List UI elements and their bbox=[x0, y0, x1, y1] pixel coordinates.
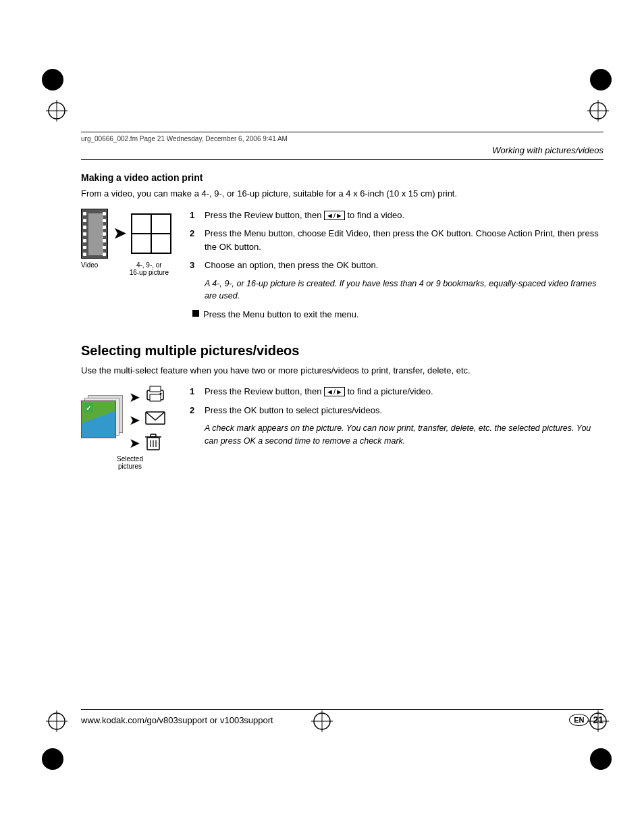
perf bbox=[83, 232, 86, 236]
file-info: urg_00666_002.fm Page 21 Wednesday, Dece… bbox=[81, 135, 603, 142]
step-text: Press the Menu button, choose Edit Video… bbox=[205, 227, 603, 253]
grid-cell bbox=[132, 214, 151, 234]
reg-mark-br bbox=[587, 710, 609, 734]
section1-italic-note: A 4-, 9-, or 16-up picture is created. I… bbox=[205, 278, 603, 303]
reg-mark-bc bbox=[311, 710, 333, 734]
perf bbox=[83, 219, 86, 222]
grid-label: 4-, 9-, or 16-up picture bbox=[130, 261, 169, 276]
en-badge: EN bbox=[569, 714, 589, 726]
step-text: Press the OK button to select pictures/v… bbox=[205, 404, 603, 417]
corner-circle-bl bbox=[41, 747, 65, 773]
corner-circle-tr bbox=[589, 68, 613, 94]
step-2-1: 1 Press the Review button, then ◄/► to f… bbox=[190, 385, 603, 398]
perf bbox=[103, 232, 106, 236]
step-text: Press the Review button, then ◄/► to fin… bbox=[205, 385, 603, 398]
header-section: Working with pictures/videos bbox=[81, 145, 603, 170]
step-text: Choose an option, then press the OK butt… bbox=[205, 259, 603, 272]
film-perfs-right bbox=[103, 209, 106, 256]
svg-rect-13 bbox=[151, 434, 156, 437]
top-rule-area: urg_00666_002.fm Page 21 Wednesday, Dece… bbox=[81, 132, 603, 142]
step-2-2: 2 Press the OK button to select pictures… bbox=[190, 404, 603, 417]
arrow-to-email: ➤ bbox=[129, 413, 140, 427]
svg-point-29 bbox=[590, 69, 612, 90]
pic-stack: ✓ bbox=[81, 395, 125, 442]
nav-arrows-1: ◄/► bbox=[324, 211, 345, 220]
section2-italic-note: A check mark appears on the picture. You… bbox=[205, 422, 603, 448]
grid-cell bbox=[151, 214, 171, 234]
perf bbox=[103, 253, 106, 256]
svg-point-26 bbox=[42, 748, 63, 770]
section2-steps: 1 Press the Review button, then ◄/► to f… bbox=[190, 385, 603, 453]
step-number: 1 bbox=[190, 209, 200, 222]
arrow-to-printer: ➤ bbox=[129, 390, 140, 404]
perf bbox=[83, 212, 86, 215]
perf bbox=[103, 246, 106, 249]
steps-list-1: 1 Press the Review button, then ◄/► to f… bbox=[190, 209, 603, 272]
arrows-col: ➤ ➤ ➤ bbox=[129, 390, 140, 450]
grid-2x2 bbox=[131, 213, 171, 254]
reg-mark-tr bbox=[587, 100, 609, 124]
arrow-to-trash: ➤ bbox=[129, 436, 140, 450]
film-strip-wrapper bbox=[81, 209, 108, 259]
content-area: Making a video action print From a video… bbox=[81, 172, 603, 470]
section2: Selecting multiple pictures/videos Use t… bbox=[81, 343, 603, 471]
svg-rect-7 bbox=[150, 394, 161, 401]
film-strip bbox=[81, 209, 108, 259]
perf bbox=[83, 253, 86, 256]
reg-mark-bl bbox=[46, 710, 68, 734]
page-container: urg_00666_002.fm Page 21 Wednesday, Dece… bbox=[0, 0, 644, 834]
steps-list-2: 1 Press the Review button, then ◄/► to f… bbox=[190, 385, 603, 417]
section1-heading: Making a video action print bbox=[81, 172, 603, 183]
pic-front: ✓ bbox=[81, 400, 116, 438]
step-number: 2 bbox=[190, 227, 200, 253]
grid-label-row bbox=[131, 213, 171, 254]
envelope-icon bbox=[144, 409, 166, 427]
perf bbox=[103, 212, 106, 215]
film-perfs-left bbox=[83, 209, 86, 256]
header-right: Working with pictures/videos bbox=[81, 145, 603, 160]
icons-col bbox=[144, 385, 166, 452]
section1-bullet: Press the Menu button to exit the menu. bbox=[192, 308, 603, 321]
section1-content: ➤ Video bbox=[81, 209, 603, 327]
section1-steps: 1 Press the Review button, then ◄/► to f… bbox=[190, 209, 603, 327]
section1: Making a video action print From a video… bbox=[81, 172, 603, 327]
step-1-1: 1 Press the Review button, then ◄/► to f… bbox=[190, 209, 603, 222]
section2-content: ✓ ➤ ➤ ➤ bbox=[81, 385, 603, 470]
section2-intro: Use the multi-select feature when you ha… bbox=[81, 364, 603, 377]
footer-section: www.kodak.com/go/v803support or v1003sup… bbox=[81, 709, 603, 726]
video-label: Video bbox=[81, 261, 98, 276]
grid-cell bbox=[132, 234, 151, 253]
perf bbox=[103, 219, 106, 222]
header-italic-text: Working with pictures/videos bbox=[492, 145, 603, 155]
perf bbox=[83, 226, 86, 229]
checkmark-badge: ✓ bbox=[84, 403, 93, 413]
svg-point-9 bbox=[160, 393, 162, 395]
step-text: Press the Review button, then ◄/► to fin… bbox=[205, 209, 603, 222]
corner-circle-tl bbox=[41, 68, 65, 94]
footer-url: www.kodak.com/go/v803support or v1003sup… bbox=[81, 715, 273, 725]
section1-intro: From a video, you can make a 4-, 9-, or … bbox=[81, 187, 603, 201]
film-to-grid-arrow: ➤ bbox=[113, 225, 126, 242]
corner-circle-br bbox=[589, 747, 613, 773]
nav-arrows-2: ◄/► bbox=[324, 387, 345, 396]
step-number: 2 bbox=[190, 404, 200, 417]
perf bbox=[103, 239, 106, 242]
step-number: 3 bbox=[190, 259, 200, 272]
step-1-2: 2 Press the Menu button, choose Edit Vid… bbox=[190, 227, 603, 253]
perf bbox=[83, 239, 86, 242]
trash-icon bbox=[144, 432, 162, 452]
bullet-square-icon bbox=[192, 310, 199, 317]
selected-pics-row: ✓ ➤ ➤ ➤ bbox=[81, 385, 179, 452]
perf bbox=[103, 226, 106, 229]
section2-heading: Selecting multiple pictures/videos bbox=[81, 343, 603, 359]
svg-point-27 bbox=[590, 748, 612, 770]
svg-point-28 bbox=[42, 69, 63, 90]
illustration-labels: Video 4-, 9-, or 16-up picture bbox=[81, 261, 169, 276]
film-frame bbox=[88, 213, 103, 255]
reg-mark-tl bbox=[46, 100, 68, 124]
grid-cell bbox=[151, 234, 171, 253]
section2-illustration: ✓ ➤ ➤ ➤ bbox=[81, 385, 179, 470]
perf bbox=[83, 246, 86, 249]
step-number: 1 bbox=[190, 385, 200, 398]
section1-illustration: ➤ Video bbox=[81, 209, 179, 276]
